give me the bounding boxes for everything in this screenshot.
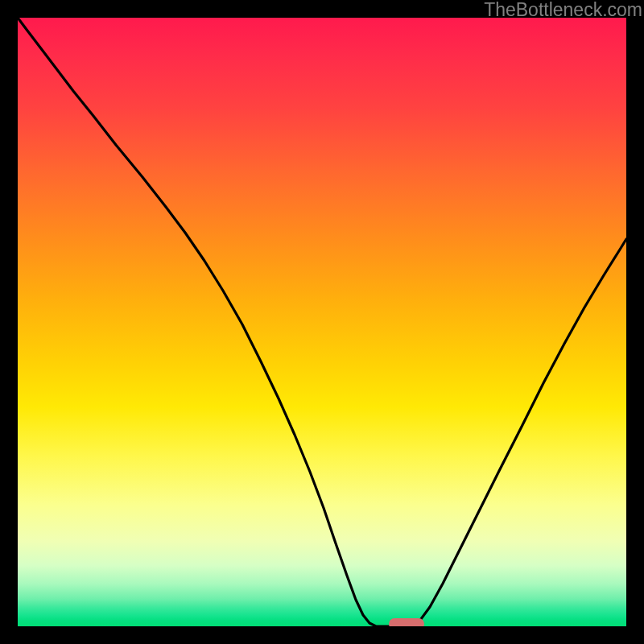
outer-black-frame: TheBottleneck.com <box>0 0 644 644</box>
bottleneck-curve <box>18 18 626 626</box>
optimal-marker-icon <box>389 618 424 626</box>
bottleneck-curve-path <box>18 18 626 626</box>
plot-area <box>18 18 626 626</box>
